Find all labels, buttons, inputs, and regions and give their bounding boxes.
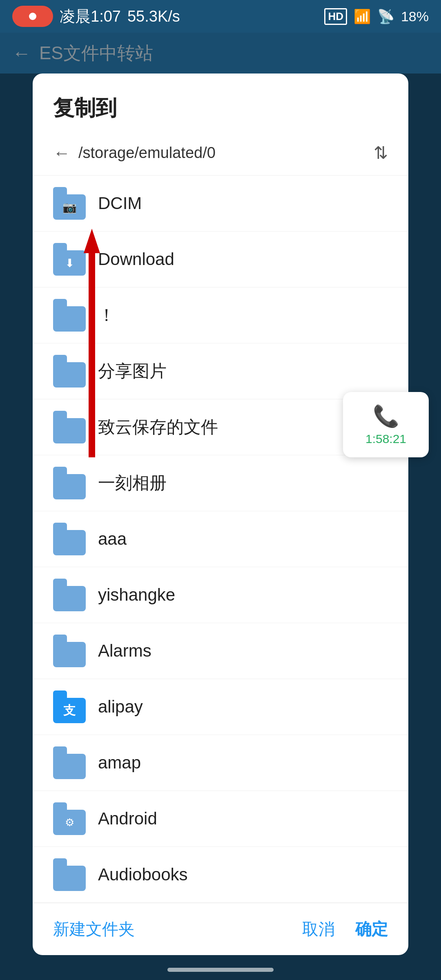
folder-name-cloud: 致云保存的文件 [98, 416, 218, 439]
folder-name-amap: amap [98, 753, 141, 773]
list-item[interactable]: yishangke [33, 567, 408, 623]
folder-plain-icon [53, 467, 86, 499]
list-item[interactable]: 一刻相册 [33, 455, 408, 511]
call-card[interactable]: 📞 1:58:21 [343, 392, 429, 457]
list-item[interactable]: ⬇ Download [33, 232, 408, 287]
list-item[interactable]: ！ [33, 287, 408, 343]
mic-dot [29, 13, 36, 20]
sort-icon[interactable]: ⇅ [374, 143, 388, 163]
folder-camera-icon: 📷 [53, 187, 86, 220]
folder-android-icon: ⚙ [53, 802, 86, 835]
folder-name-share: 分享图片 [98, 360, 167, 383]
copy-to-dialog: 复制到 ← /storage/emulated/0 ⇅ 📷 DCIM [33, 74, 408, 955]
dialog-title: 复制到 [53, 96, 117, 120]
path-bar: ← /storage/emulated/0 ⇅ [33, 131, 408, 176]
folder-name-moments: 一刻相册 [98, 472, 167, 494]
folder-name-aaa: aaa [98, 529, 127, 549]
call-phone-icon: 📞 [373, 404, 399, 429]
folder-name-download: Download [98, 249, 174, 269]
ok-button[interactable]: 确定 [355, 918, 388, 940]
folder-plain-icon [53, 523, 86, 555]
folder-plain-icon [53, 635, 86, 667]
list-item[interactable]: Alarms [33, 623, 408, 679]
cancel-button[interactable]: 取消 [302, 918, 335, 940]
folder-list: 📷 DCIM ⬇ Download ！ [33, 176, 408, 903]
folder-name-android: Android [98, 809, 157, 829]
dialog-overlay: 复制到 ← /storage/emulated/0 ⇅ 📷 DCIM [0, 0, 441, 980]
dialog-footer: 新建文件夹 取消 确定 [33, 903, 408, 955]
list-item[interactable]: 支 alipay [33, 679, 408, 735]
folder-plain-icon [53, 299, 86, 332]
folder-name-audiobooks: Audiobooks [98, 865, 188, 884]
dialog-header: 复制到 [33, 74, 408, 131]
footer-actions: 取消 确定 [302, 918, 388, 940]
path-back-icon[interactable]: ← [53, 143, 70, 163]
folder-name-exclamation: ！ [98, 304, 115, 327]
network-speed: 55.3K/s [127, 8, 180, 25]
hd-badge: HD [324, 8, 347, 25]
folder-name-alipay: alipay [98, 697, 143, 717]
folder-alipay-icon: 支 [53, 690, 86, 723]
new-folder-button[interactable]: 新建文件夹 [53, 918, 135, 940]
mic-button[interactable] [12, 6, 53, 27]
list-item[interactable]: 分享图片 [33, 343, 408, 399]
list-item[interactable]: amap [33, 735, 408, 791]
folder-plain-icon [53, 411, 86, 443]
status-left: 凌晨1:07 55.3K/s [12, 6, 180, 27]
current-path: /storage/emulated/0 [78, 144, 216, 162]
folder-name-dcim: DCIM [98, 194, 142, 213]
wifi-icon: 📡 [377, 8, 394, 24]
folder-plain-icon [53, 858, 86, 891]
folder-plain-icon [53, 355, 86, 388]
folder-plain-icon [53, 579, 86, 611]
list-item[interactable]: 📷 DCIM [33, 176, 408, 232]
list-item[interactable]: ⚙ Android [33, 791, 408, 847]
time-speed: 凌晨1:07 [60, 6, 121, 27]
status-bar: 凌晨1:07 55.3K/s HD 📶 📡 18% [0, 0, 441, 33]
folder-download-icon: ⬇ [53, 243, 86, 276]
folder-name-yishangke: yishangke [98, 585, 175, 605]
list-item[interactable]: aaa [33, 511, 408, 567]
path-left: ← /storage/emulated/0 [53, 143, 216, 163]
status-right: HD 📶 📡 18% [324, 8, 429, 25]
signal-icon: 📶 [354, 8, 371, 24]
folder-name-alarms: Alarms [98, 641, 151, 661]
call-timer: 1:58:21 [365, 432, 406, 446]
folder-plain-icon [53, 746, 86, 779]
list-item[interactable]: Audiobooks [33, 847, 408, 903]
home-indicator[interactable] [167, 968, 274, 972]
battery-text: 18% [401, 9, 429, 24]
